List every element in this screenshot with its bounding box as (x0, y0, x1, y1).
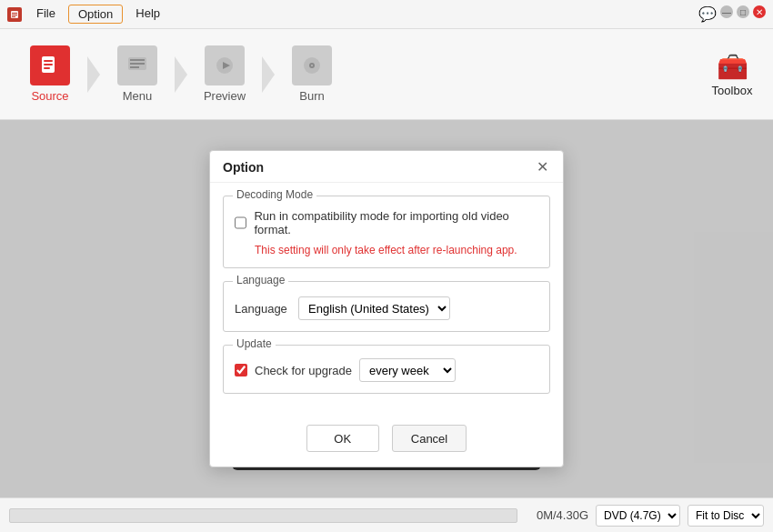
upgrade-checkbox[interactable] (235, 364, 247, 376)
svg-rect-9 (130, 59, 145, 61)
toolbar: Source Menu Preview (0, 29, 773, 120)
title-bar: File Option Help 💬 — □ ✕ (0, 0, 773, 29)
dvd-select[interactable]: DVD (4.7G) DVD (8.5G) BD (25G) (596, 505, 680, 527)
ok-button[interactable]: OK (306, 425, 379, 452)
svg-rect-11 (130, 66, 139, 68)
title-bar-controls: 💬 — □ ✕ (698, 5, 766, 23)
size-display: 0M/4.30G (525, 508, 588, 522)
toolbar-source[interactable]: Source (9, 38, 91, 111)
svg-rect-10 (130, 63, 145, 65)
upgrade-frequency-select[interactable]: every week every day every month never (359, 358, 456, 382)
language-field-label: Language (235, 302, 289, 316)
main-content: + Add pictures or videos Option ✕ Decodi… (0, 120, 773, 497)
update-section: Update Check for upgrade every week ever… (223, 345, 550, 394)
minimize-button[interactable]: — (720, 5, 733, 18)
svg-point-16 (311, 65, 313, 66)
language-select[interactable]: English (United States) Chinese (Simplif… (298, 296, 450, 320)
source-icon-bg (30, 45, 70, 85)
decoding-mode-label: Decoding Mode (233, 188, 316, 201)
upgrade-label[interactable]: Check for upgrade (255, 364, 352, 377)
progress-bar (9, 508, 517, 523)
svg-rect-7 (44, 67, 50, 69)
status-bar: 0M/4.30G DVD (4.7G) DVD (8.5G) BD (25G) … (0, 497, 773, 532)
svg-rect-3 (12, 16, 15, 17)
message-button[interactable]: 💬 (698, 5, 717, 23)
svg-rect-6 (44, 64, 53, 65)
dialog-footer: OK Cancel (210, 416, 563, 467)
compatibility-label[interactable]: Run in compatibility mode for importing … (254, 209, 538, 236)
preview-icon-bg (205, 45, 245, 85)
cancel-button[interactable]: Cancel (392, 425, 467, 452)
dialog-title: Option (223, 160, 264, 175)
dialog-overlay: Option ✕ Decoding Mode Run in compatibil… (0, 120, 773, 497)
toolbox-icon: 🧰 (717, 52, 748, 82)
menu-bar: File Option Help (27, 5, 698, 24)
burn-label: Burn (299, 89, 324, 103)
menu-label: Menu (123, 89, 153, 103)
language-section: Language Language English (United States… (223, 281, 550, 332)
arrow-1 (87, 56, 100, 93)
decoding-mode-section: Decoding Mode Run in compatibility mode … (223, 196, 550, 268)
toolbar-toolbox[interactable]: 🧰 Toolbox (700, 52, 764, 97)
burn-icon-bg (292, 45, 332, 85)
arrow-3 (262, 56, 275, 93)
warning-text: This setting will only take effect after… (255, 244, 538, 256)
close-button[interactable]: ✕ (753, 5, 766, 18)
compatibility-checkbox[interactable] (235, 216, 246, 229)
update-section-label: Update (233, 337, 276, 350)
toolbar-menu[interactable]: Menu (96, 38, 178, 111)
upgrade-check-row: Check for upgrade every week every day e… (235, 358, 538, 382)
toolbox-label: Toolbox (712, 84, 753, 97)
dialog-title-bar: Option ✕ (210, 151, 563, 183)
source-label: Source (31, 89, 68, 103)
fit-select[interactable]: Fit to Disc Custom (688, 505, 764, 527)
option-dialog: Option ✕ Decoding Mode Run in compatibil… (209, 150, 564, 467)
svg-rect-5 (44, 60, 53, 62)
preview-label: Preview (204, 89, 246, 103)
dialog-close-button[interactable]: ✕ (535, 160, 550, 175)
menu-icon-bg (117, 45, 157, 85)
svg-rect-2 (12, 15, 17, 15)
menu-help[interactable]: Help (126, 5, 169, 24)
toolbar-burn[interactable]: Burn (271, 38, 353, 111)
menu-file[interactable]: File (27, 5, 65, 24)
toolbar-preview[interactable]: Preview (184, 38, 266, 111)
dialog-body: Decoding Mode Run in compatibility mode … (210, 183, 563, 416)
maximize-button[interactable]: □ (737, 5, 749, 18)
language-section-label: Language (233, 274, 288, 286)
svg-rect-1 (12, 13, 17, 14)
arrow-2 (175, 56, 187, 93)
app-icon (7, 7, 22, 22)
menu-option[interactable]: Option (68, 5, 123, 24)
compatibility-mode-row: Run in compatibility mode for importing … (235, 209, 538, 236)
language-row: Language English (United States) Chinese… (235, 296, 538, 320)
